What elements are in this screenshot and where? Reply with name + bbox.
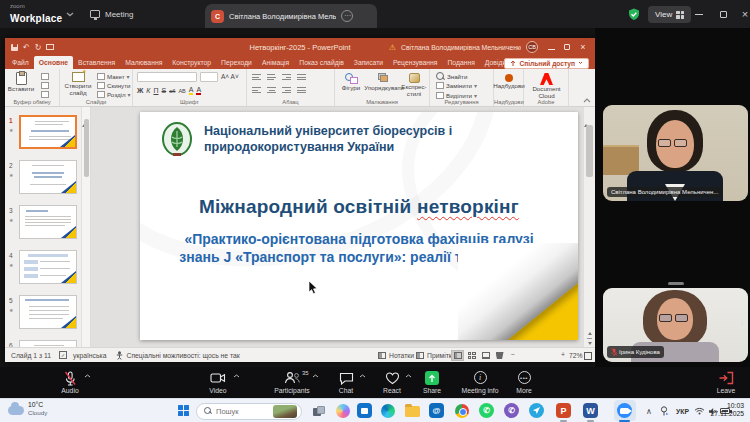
chevron-up-icon[interactable] <box>233 374 240 378</box>
tab-active-meeting[interactable]: С Світлана Володимирівна Мель ⋯ <box>205 4 377 28</box>
zoom-in-button[interactable]: + <box>561 351 565 358</box>
language-indicator[interactable]: УКР <box>676 399 689 422</box>
bold-icon[interactable]: Ж <box>137 87 143 94</box>
indent-icon[interactable] <box>282 73 292 81</box>
arrange-button[interactable]: Упорядкувати <box>365 73 403 92</box>
start-button[interactable] <box>178 405 189 416</box>
chat-button[interactable]: Chat <box>326 369 366 396</box>
ppt-tab-view[interactable]: Подання <box>442 56 479 69</box>
ppt-tab-file[interactable]: Файл <box>7 56 34 69</box>
more-button[interactable]: ••• More <box>504 369 544 396</box>
share-screen-button[interactable]: Share <box>412 369 452 396</box>
new-slide-button[interactable]: Створити слайд <box>62 72 94 97</box>
align-right-icon[interactable] <box>282 86 292 94</box>
zoom-percentage[interactable]: 72% <box>569 352 583 359</box>
ppt-maximize-button[interactable] <box>559 42 575 52</box>
chevron-up-icon[interactable] <box>405 374 412 378</box>
window-close-button[interactable]: × <box>734 0 750 28</box>
wifi-icon[interactable] <box>694 399 705 422</box>
search-highlight-image[interactable] <box>273 405 297 418</box>
chevron-up-icon[interactable] <box>84 374 91 378</box>
normal-view-button[interactable] <box>451 350 464 361</box>
zoom-out-button[interactable]: − <box>511 351 515 358</box>
font-size-box[interactable] <box>200 72 218 82</box>
participants-button[interactable]: Participants 35 <box>264 369 320 396</box>
react-button[interactable]: React <box>372 369 412 396</box>
select-button[interactable]: Виділити▾ <box>436 92 477 99</box>
next-slide-button[interactable] <box>588 342 592 345</box>
chevron-up-icon[interactable] <box>312 374 319 378</box>
ppt-tab-draw[interactable]: Малювання <box>120 56 167 69</box>
audio-button[interactable]: Audio <box>48 369 92 396</box>
spellcheck-icon[interactable]: ✓ <box>59 351 67 359</box>
save-icon[interactable] <box>11 44 18 51</box>
video-strip-next-icon[interactable]: › <box>740 316 744 328</box>
comments-button[interactable]: Примітки <box>416 352 456 359</box>
slide-scrollbar[interactable] <box>583 107 595 347</box>
addins-button[interactable]: Надбудови <box>496 74 522 90</box>
align-left-icon[interactable] <box>252 86 262 94</box>
paste-button[interactable]: Вставити <box>8 72 34 93</box>
fit-to-window-icon[interactable] <box>584 352 592 360</box>
view-button[interactable]: View <box>648 6 691 23</box>
ppt-tab-review[interactable]: Рецензування <box>388 56 442 69</box>
bullets-icon[interactable] <box>252 73 262 81</box>
ppt-tab-transitions[interactable]: Переходи <box>216 56 257 69</box>
tray-expand-button[interactable]: ∧ <box>646 399 652 422</box>
slide-thumbnail-6[interactable] <box>19 340 77 347</box>
ppt-tab-slideshow[interactable]: Показ слайдів <box>294 56 349 69</box>
thumbnails-scrollbar[interactable] <box>81 107 90 347</box>
search-input[interactable] <box>216 407 269 416</box>
leave-button[interactable]: Leave <box>704 369 748 396</box>
char-spacing-icon[interactable]: АВ <box>178 88 185 94</box>
grow-shrink-font-icon[interactable]: A˄ A˅ <box>221 73 239 80</box>
zoom-app-icon[interactable] <box>617 403 632 418</box>
slide-thumbnail-2[interactable] <box>19 160 77 194</box>
weather-widget[interactable]: 10°C Cloudy <box>8 401 47 416</box>
file-explorer-icon[interactable] <box>404 402 421 419</box>
ppt-account-avatar[interactable]: СВ <box>526 41 538 53</box>
layout-button[interactable]: Макет▾ <box>97 73 130 80</box>
window-minimize-button[interactable] <box>688 0 710 28</box>
document-cloud-button[interactable]: Document Cloud <box>527 73 566 100</box>
viber-icon[interactable]: ✆ <box>504 403 519 418</box>
format-painter-icon[interactable] <box>41 91 49 98</box>
ppt-tab-animations[interactable]: Анімація <box>257 56 294 69</box>
underline-icon[interactable]: П <box>153 87 158 94</box>
video-participant-2[interactable]: Ірина Кудінова <box>603 288 748 362</box>
store-icon[interactable] <box>357 403 372 418</box>
share-access-button[interactable]: Спільний доступ <box>504 58 589 69</box>
chrome-icon[interactable] <box>453 402 470 419</box>
tray-clock[interactable]: 10:03 27.11.2025 <box>710 402 744 419</box>
slide-thumbnail-4[interactable] <box>19 250 77 284</box>
strikethrough-icon[interactable]: S <box>162 87 167 94</box>
powerpoint-icon[interactable]: P <box>556 403 571 418</box>
whatsapp-icon[interactable]: ✆ <box>479 403 494 418</box>
find-button[interactable]: Знайти <box>436 72 467 81</box>
reset-button[interactable]: Скинути <box>97 82 130 89</box>
chevron-down-icon[interactable] <box>66 12 74 17</box>
collapse-ribbon-icon[interactable] <box>583 98 591 103</box>
section-button[interactable]: Розділ▾ <box>97 91 131 98</box>
task-view-button[interactable] <box>310 402 327 419</box>
replace-button[interactable]: Замінити▾ <box>436 82 477 89</box>
video-participant-1[interactable]: Світлана Володимирівна Мельничен... <box>603 105 748 201</box>
ppt-tab-record[interactable]: Записати <box>349 56 388 69</box>
highlight-color-icon[interactable]: А <box>189 86 194 95</box>
ppt-close-button[interactable]: × <box>575 42 591 52</box>
cut-icon[interactable] <box>41 73 49 80</box>
chevron-up-icon[interactable] <box>359 374 366 378</box>
undo-icon[interactable]: ↶ <box>23 43 30 52</box>
shadow-icon[interactable]: аб <box>169 88 175 94</box>
copy-icon[interactable] <box>41 82 49 89</box>
word-icon[interactable]: W <box>583 403 598 418</box>
language-indicator[interactable]: українська <box>73 352 106 359</box>
ppt-minimize-button[interactable] <box>543 42 559 52</box>
redo-icon[interactable]: ↻ <box>35 43 42 52</box>
quick-styles-button[interactable]: Експрес-стилі <box>401 73 427 98</box>
ppt-tab-insert[interactable]: Вставлення <box>73 56 120 69</box>
outlook-icon[interactable]: @ <box>429 403 444 418</box>
slideshow-icon[interactable] <box>46 44 54 50</box>
font-color-icon[interactable]: А <box>196 86 201 95</box>
video-button[interactable]: Video <box>196 369 240 396</box>
